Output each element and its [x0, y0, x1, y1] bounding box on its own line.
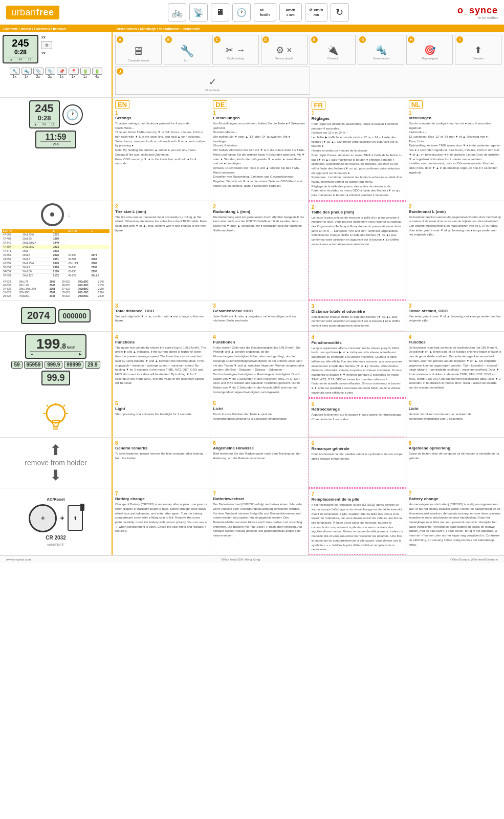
- nl-battery: 7 Battery change Het vervangen van de ba…: [406, 488, 504, 555]
- functions-visual: 199.8 km/h ▲▶ 59 95959 999.9 99999 29.9 …: [0, 332, 113, 398]
- tire-table: ETRTOLETRTOL 47-30516x1.75x21272 47-4062…: [2, 229, 109, 277]
- brand-free: free: [36, 7, 54, 17]
- brand-urban: urban: [11, 7, 36, 17]
- nl-light: 5 Licht Het kort indrukken van de knop ●…: [406, 398, 504, 437]
- acc-item-8: 🔋 4x: [92, 68, 102, 78]
- en-light: 5 Light Short pressing of ● activates th…: [113, 398, 210, 437]
- acc-item-1: 🔧 1x: [10, 68, 20, 78]
- fr-light: 5 Rétroéclairage Appuyez brièvement sur …: [309, 398, 406, 437]
- fr-tire: 2 Taille des pneus (mm) La façon la plus…: [309, 201, 406, 300]
- de-functions: 4 Funktionen In der oberen Zeile wird di…: [210, 332, 308, 398]
- section-tire: →L ETRTOLETRTOL 47-30516x1.75x21272 47-4…: [0, 201, 504, 300]
- footer-office-asia: Office Asia/USA: Hong Kong: [221, 558, 260, 561]
- speed-nk-icon: ⊘ km/hm/h: [305, 3, 327, 21]
- wifi-icon: 📡: [189, 3, 208, 21]
- install-step-d: D ⚙ × Sensor attach: [261, 35, 308, 64]
- lightbulb-icon: [43, 402, 69, 433]
- footer-website: www.o-synce.com: [6, 558, 31, 561]
- brand-osynce: o_synce in be motion: [457, 5, 498, 19]
- section-light: 5 Light Short pressing of ● activates th…: [0, 398, 504, 438]
- func-max-display: 99.9: [41, 371, 70, 385]
- fr-settings: FR 1 Réglages Pour régler les différents…: [309, 98, 406, 201]
- section-battery: AC/Reset + + ⬆ CR 2032 MINIFREE 7 Batter…: [0, 488, 504, 555]
- de-general: 6 Allgemeine Hinweise Bitte entfernen Si…: [210, 438, 308, 488]
- bike-icon: 🚲: [168, 3, 186, 21]
- cr-label: CR 2032: [46, 535, 65, 541]
- install-step-a: A 🖥 Computer mount: [115, 35, 162, 64]
- coin-battery-icon: +: [29, 504, 57, 532]
- speed-main-display: 199.8 km/h ▲▶: [25, 334, 86, 359]
- dist-display-2: 000000: [58, 309, 91, 322]
- nl-settings: NL 1 Instellingen Om de computer te conf…: [406, 98, 504, 201]
- product-display: 245 0:28 ▲2412: [3, 35, 38, 63]
- content-section-header: Content / Inhalt / Contenu / Inhoud: [0, 26, 112, 32]
- minifree-label: MINIFREE: [47, 543, 64, 547]
- installation-header: Installation / Montage / Installation / …: [113, 26, 504, 32]
- install-step-e: E 🔌 Connect: [310, 35, 356, 64]
- fr-distance: 3 Distance totale et odomètre Sélectionn…: [309, 300, 406, 331]
- section-functions: 199.8 km/h ▲▶ 59 95959 999.9 99999 29.9 …: [0, 332, 504, 399]
- display-sim-1: 245 0:28 ▲2412: [29, 100, 60, 128]
- en-settings: EN 1 Settings To adjust settings, hold b…: [113, 98, 210, 201]
- func-display-avg: 999.9: [45, 361, 62, 369]
- acc-item-4: 📎 2x: [45, 68, 55, 78]
- de-settings: DE 1 Einstellungen Um Einstellungen vorz…: [210, 98, 308, 201]
- nl-distance: 3 Totale afstand, ODO Vier ieder getal i…: [406, 300, 504, 331]
- svg-line-7: [63, 405, 65, 406]
- fr-functions: 4 Fonctionnalités La ligne supérieure af…: [309, 332, 406, 398]
- settings-visual: 245 0:28 ▲2412 🕐 11:59 24h: [0, 98, 113, 201]
- en-distance: 3 Total distance, ODO Set each digit wit…: [113, 300, 210, 331]
- sensor-icon: ⚙: [41, 41, 52, 49]
- rotate-icon: ↻: [331, 3, 349, 21]
- func-display-dst: 95959: [24, 361, 43, 369]
- en-tire: 2 Tire size L (mm) The tire size can be …: [113, 201, 210, 300]
- install-step-j: J ✓ Final check: [115, 67, 310, 95]
- light-visual: [0, 398, 113, 437]
- qty-1x-sensor: 1x: [41, 51, 52, 55]
- install-step-i: I ⬆ Direction: [455, 35, 501, 64]
- header-icons: 🚲 📡 🖥 🕐 Mkm/h km/hk m/h ⊘ km/hm/h ↻: [168, 3, 349, 21]
- acc-item-6: 📍 1x: [69, 68, 79, 78]
- brand-urbanfree: urbanfree: [6, 6, 59, 19]
- func-display-time: 59: [11, 361, 22, 369]
- en-general: 6 General remarks To save batteries, ple…: [113, 438, 210, 488]
- clock-display: 🕐: [62, 104, 83, 125]
- speed-m-icon: Mkm/h: [254, 3, 276, 21]
- en-battery: 7 Battery change Change of Battery (CR20…: [113, 488, 210, 555]
- fr-general: 6 Remarque générale Pour économiser la p…: [309, 438, 406, 488]
- de-distance: 3 Gesamtstrecke ODO Jede Stelle mit ▼ od…: [210, 300, 308, 331]
- computer-icon: 🖥: [211, 3, 229, 21]
- de-tire: 2 Radumfang L (mm) Die Radumfang wird am…: [210, 201, 308, 300]
- nl-general: 6 Algemene opmerking Spaar de batterij d…: [406, 438, 504, 488]
- svg-line-6: [47, 405, 48, 406]
- general-visual: ⬆ remove from holder ⬇: [0, 438, 113, 488]
- time-display: 11:59 24h: [35, 131, 76, 148]
- en-functions: 4 Functions The upper line constantly sh…: [113, 332, 210, 398]
- tire-table-2: 47-62228x1.75206625-622700x25C2146 40-63…: [2, 280, 109, 298]
- nl-tire: 2 Bandenmat L (mm) De bandenmaat kan een…: [406, 201, 504, 300]
- footer-office-eu: Office Europe: Weinheim/Germany: [450, 558, 498, 561]
- fr-battery: 7 Remplacement de la pile Il est nécessa…: [309, 488, 406, 555]
- speed-kmh-icon: km/hk m/h: [279, 3, 302, 21]
- acc-item-5: 📌 1x: [57, 68, 67, 78]
- battery-visual: AC/Reset + + ⬆ CR 2032 MINIFREE: [0, 488, 113, 555]
- distance-visual: 2074 000000: [0, 300, 113, 331]
- dist-display-1: 2074: [21, 307, 56, 324]
- nl-functions: 4 Functies De bovenste regel laat contin…: [406, 332, 504, 398]
- func-display-mxs: 29.9: [85, 361, 100, 369]
- clock-icon: 🕐: [232, 3, 251, 21]
- install-step-g: G 🔩 Screw mount: [358, 35, 404, 64]
- section-settings: 245 0:28 ▲2412 🕐 11:59 24h EN 1 Settings…: [0, 98, 504, 201]
- de-battery: 7 Batteriewechsel Der Batteriewechsel (C…: [210, 488, 308, 555]
- install-step-h: H 🎯 Align magnet: [406, 35, 453, 64]
- qty-1x-display: 1x: [41, 35, 52, 39]
- section-distance: 2074 000000 3 Total distance, ODO Set ea…: [0, 300, 504, 332]
- section-general: ⬆ remove from holder ⬇ 6 General remarks…: [0, 438, 504, 488]
- de-light: 5 Licht Durch kurzes Drücken der Taste ●…: [210, 398, 308, 437]
- acc-item-7: 🔋 1x: [80, 68, 91, 78]
- footer: www.o-synce.com Office Asia/USA: Hong Ko…: [0, 555, 504, 563]
- wheel-icon: [41, 203, 64, 226]
- ac-reset-label: AC/Reset: [47, 497, 65, 502]
- battery-replace-icon: ⬆: [68, 505, 83, 531]
- install-step-b: B 🔧 6x →: [164, 35, 210, 64]
